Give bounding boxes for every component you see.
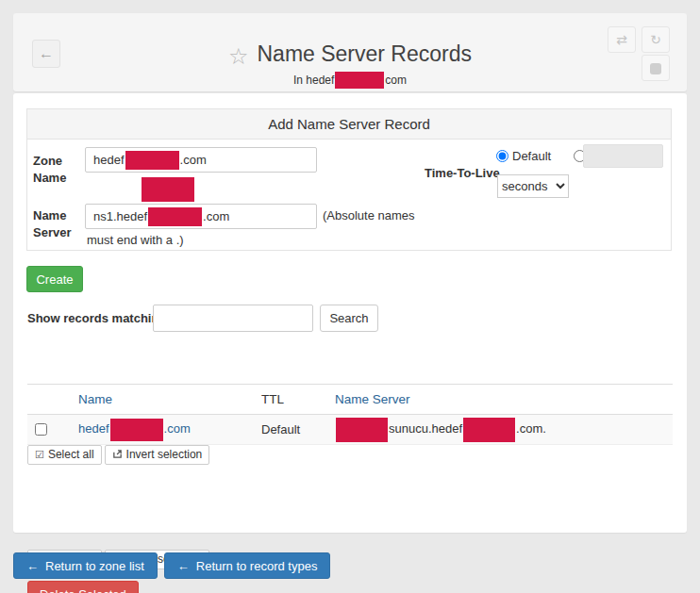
page-header: ← ☆Name Server Records In hedefcom ⇄↻ bbox=[13, 13, 687, 91]
records-table: Name TTL Name Server hedef.com Default s… bbox=[27, 384, 673, 445]
zone-value-prefix: hedef bbox=[93, 153, 125, 167]
subtitle-prefix: In hedef bbox=[293, 74, 334, 87]
zone-name-input[interactable]: hedef.com bbox=[85, 147, 317, 173]
invert-selection-label: Invert selection bbox=[126, 448, 203, 461]
refresh-button[interactable]: ↻ bbox=[642, 26, 670, 53]
checkbox-icon: ☑ bbox=[35, 449, 44, 460]
table-header-row: Name TTL Name Server bbox=[27, 385, 673, 415]
delete-selected-button[interactable]: Delete Selected bbox=[27, 581, 139, 593]
add-record-panel: Add Name Server Record Zone Name hedef.c… bbox=[26, 108, 672, 251]
name-column-header[interactable]: Name bbox=[78, 392, 112, 406]
stop-icon bbox=[650, 63, 661, 74]
name-server-label: Name Server bbox=[33, 207, 78, 241]
ttl-radio-group: Default bbox=[496, 149, 590, 163]
redaction-box bbox=[335, 72, 384, 89]
return-to-record-types-label: Return to record types bbox=[196, 559, 318, 573]
search-input[interactable] bbox=[153, 305, 313, 332]
zone-value-suffix: .com bbox=[180, 153, 207, 167]
return-to-zone-list-label: Return to zone list bbox=[45, 559, 144, 573]
ttl-default-radio[interactable] bbox=[496, 150, 508, 162]
ns-value-prefix: ns1.hedef bbox=[93, 209, 147, 223]
selection-controls-top: ☑Select allInvert selection bbox=[27, 445, 212, 465]
ttl-default-label: Default bbox=[512, 149, 551, 163]
stop-button[interactable] bbox=[642, 55, 670, 81]
main-content: Add Name Server Record Zone Name hedef.c… bbox=[13, 93, 687, 533]
add-record-form: Zone Name hedef.com Time-To-Live Default… bbox=[26, 140, 672, 251]
name-server-input[interactable]: ns1.hedef.com bbox=[85, 204, 317, 229]
absolute-names-hint-line2: must end with a .) bbox=[87, 233, 184, 247]
record-name-suffix: .com bbox=[164, 421, 191, 436]
page-subtitle: In hedefcom bbox=[13, 72, 687, 89]
return-to-record-types-button[interactable]: ←Return to record types bbox=[164, 552, 331, 579]
invert-selection-button[interactable]: Invert selection bbox=[105, 445, 210, 465]
record-ns-suffix: .com. bbox=[516, 421, 546, 436]
zone-name-label: Zone Name bbox=[33, 153, 76, 187]
refresh-icon: ↻ bbox=[650, 32, 661, 47]
repeat-icon: ⇄ bbox=[616, 32, 627, 47]
record-ns-mid: sunucu.hedef bbox=[389, 421, 462, 436]
redaction-box bbox=[110, 419, 163, 441]
record-ttl: Default bbox=[261, 422, 300, 437]
search-label: Show records matching: bbox=[27, 311, 171, 325]
header-actions: ⇄↻ bbox=[605, 26, 670, 81]
create-button[interactable]: Create bbox=[26, 266, 83, 292]
left-arrow-icon: ← bbox=[177, 559, 190, 573]
module-config-button[interactable]: ⇄ bbox=[608, 26, 636, 53]
title-area: ☆Name Server Records bbox=[13, 41, 687, 70]
record-name-server: sunucu.hedef.com. bbox=[335, 421, 546, 436]
redaction-box bbox=[125, 151, 179, 170]
select-all-button[interactable]: ☑Select all bbox=[27, 445, 102, 465]
footer-actions: ←Return to zone list←Return to record ty… bbox=[13, 552, 337, 579]
record-name-link[interactable]: hedef.com bbox=[78, 421, 191, 436]
redaction-box bbox=[463, 418, 515, 442]
return-to-zone-list-button[interactable]: ←Return to zone list bbox=[13, 552, 158, 579]
table-row: hedef.com Default sunucu.hedef.com. bbox=[27, 415, 673, 445]
page-title: Name Server Records bbox=[257, 41, 472, 67]
select-all-label: Select all bbox=[48, 448, 94, 461]
redaction-box bbox=[336, 418, 388, 442]
ttl-column-header: TTL bbox=[261, 392, 284, 406]
redaction-box bbox=[148, 207, 202, 226]
ttl-unit-select[interactable]: seconds bbox=[497, 174, 569, 198]
name-server-column-header[interactable]: Name Server bbox=[335, 392, 410, 406]
search-button[interactable]: Search bbox=[320, 305, 378, 332]
redaction-box bbox=[142, 177, 194, 202]
absolute-names-hint-line1: (Absolute names bbox=[323, 208, 415, 222]
ns-value-suffix: .com bbox=[203, 209, 229, 223]
ttl-custom-input[interactable] bbox=[583, 144, 663, 168]
record-name-prefix: hedef bbox=[78, 421, 109, 436]
panel-title: Add Name Server Record bbox=[26, 108, 672, 140]
row-checkbox[interactable] bbox=[35, 423, 47, 436]
invert-selection-icon bbox=[112, 449, 123, 459]
left-arrow-icon: ← bbox=[26, 559, 39, 573]
checkbox-column-header bbox=[27, 385, 75, 415]
subtitle-suffix: com bbox=[385, 74, 407, 87]
favorite-star-icon[interactable]: ☆ bbox=[228, 43, 249, 70]
